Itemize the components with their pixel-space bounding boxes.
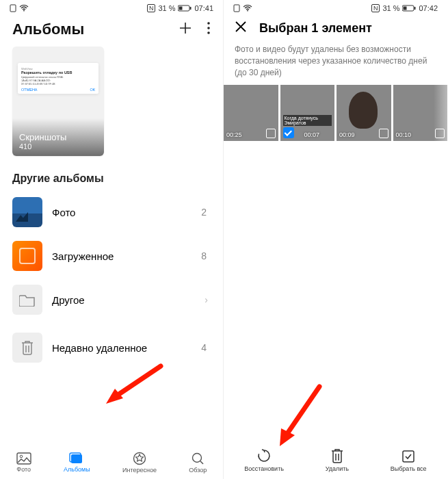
annotation-arrow <box>103 363 164 411</box>
media-thumbnail[interactable]: 00:09 <box>337 85 391 141</box>
album-row-recently-deleted[interactable]: Недавно удаленное 4 <box>12 326 211 370</box>
svg-point-5 <box>207 22 210 25</box>
status-bar: N 31 % 07:41 <box>0 0 223 14</box>
album-count: 410 <box>19 142 97 151</box>
duration-label: 00:07 <box>304 131 319 138</box>
svg-rect-0 <box>10 5 16 12</box>
section-other-albums: Другие альбомы <box>0 166 223 190</box>
media-thumbnail[interactable]: 00:25 <box>224 85 278 141</box>
svg-rect-14 <box>234 5 239 12</box>
album-card-screenshots[interactable]: WebView Разрешить отладку по USB Цифрово… <box>12 47 104 156</box>
checkmark-icon[interactable] <box>283 127 294 138</box>
screenshot-dialog-preview: WebView Разрешить отладку по USB Цифрово… <box>18 63 98 94</box>
clock-text: 07:42 <box>419 4 438 12</box>
annotation-arrow <box>272 383 326 452</box>
clock-text: 07:41 <box>194 4 213 12</box>
svg-rect-18 <box>414 7 416 10</box>
nfc-icon: N <box>371 4 380 12</box>
svg-point-13 <box>193 454 202 463</box>
select-checkbox[interactable] <box>435 129 445 138</box>
duration-label: 00:25 <box>226 131 242 138</box>
trash-icon <box>12 333 42 363</box>
album-label: Фото <box>52 207 201 218</box>
album-row-downloaded[interactable]: Загруженное 8 <box>12 234 211 278</box>
album-count: 2 <box>201 207 211 218</box>
svg-rect-17 <box>404 7 407 10</box>
status-bar: N 31 % 07:42 <box>224 0 447 14</box>
svg-point-15 <box>247 10 248 12</box>
thumbnail-strip: 00:25 Когда дотянусь Эмиратов 00:07 00:0… <box>224 85 447 141</box>
action-bar: Восстановить Удалить Выбрать все <box>224 443 447 479</box>
selection-title: Выбран 1 элемент <box>259 21 372 36</box>
album-row-other[interactable]: Другое › <box>12 278 211 322</box>
album-thumb-icon <box>12 197 42 227</box>
album-label: Другое <box>52 294 205 306</box>
battery-icon <box>178 5 192 12</box>
caption-label: Когда дотянусь Эмиратов <box>283 115 332 126</box>
delete-button[interactable]: Удалить <box>326 448 349 472</box>
battery-icon <box>402 5 416 12</box>
select-checkbox[interactable] <box>379 129 388 138</box>
folder-icon <box>12 285 42 315</box>
add-button[interactable] <box>178 21 193 38</box>
battery-text: 31 % <box>158 4 175 12</box>
battery-text: 31 % <box>382 4 399 12</box>
wifi-icon <box>19 5 29 12</box>
svg-rect-4 <box>190 7 192 10</box>
album-count: 8 <box>201 250 211 261</box>
screen-recently-deleted: N 31 % 07:42 Выбран 1 элемент Фото и вид… <box>224 0 447 479</box>
select-checkbox[interactable] <box>266 129 276 138</box>
media-thumbnail[interactable]: 00:10 <box>393 85 448 141</box>
album-label: Недавно удаленное <box>52 342 201 354</box>
nav-review[interactable]: Обзор <box>189 452 207 474</box>
svg-point-6 <box>207 27 210 29</box>
duration-label: 00:10 <box>396 131 412 138</box>
sim-icon <box>10 4 16 12</box>
nav-albums[interactable]: Альбомы <box>64 452 90 473</box>
svg-point-9 <box>20 455 23 458</box>
nfc-icon: N <box>147 4 156 12</box>
sim-icon <box>233 4 240 12</box>
album-count: 4 <box>201 342 211 353</box>
close-button[interactable] <box>235 21 247 36</box>
wifi-icon <box>243 5 252 12</box>
screen-albums: N 31 % 07:41 Альбомы WebView <box>0 0 224 479</box>
svg-rect-3 <box>179 7 183 10</box>
album-name: Скриншоты <box>19 132 97 142</box>
header: Альбомы <box>0 14 223 42</box>
bottom-nav: Фото Альбомы Интересное Обзор <box>0 448 223 479</box>
restore-button[interactable]: Восстановить <box>244 448 284 472</box>
album-label: Загруженное <box>52 250 201 262</box>
svg-rect-19 <box>403 451 414 462</box>
duration-label: 00:09 <box>339 131 355 138</box>
chevron-right-icon: › <box>205 294 211 305</box>
svg-point-1 <box>23 10 25 12</box>
page-title: Альбомы <box>12 21 84 38</box>
header: Выбран 1 элемент <box>224 14 447 40</box>
nav-photo[interactable]: Фото <box>16 452 31 473</box>
more-button[interactable] <box>207 21 211 38</box>
deletion-warning: Фото и видео будут удалены без возможнос… <box>224 40 447 85</box>
nav-interesting[interactable]: Интересное <box>122 452 157 474</box>
media-thumbnail-selected[interactable]: Когда дотянусь Эмиратов 00:07 <box>280 85 335 141</box>
select-all-button[interactable]: Выбрать все <box>391 450 427 472</box>
album-thumb-icon <box>12 241 42 271</box>
svg-rect-8 <box>17 453 31 464</box>
svg-point-7 <box>207 31 210 34</box>
album-row-photo[interactable]: Фото 2 <box>12 190 211 234</box>
